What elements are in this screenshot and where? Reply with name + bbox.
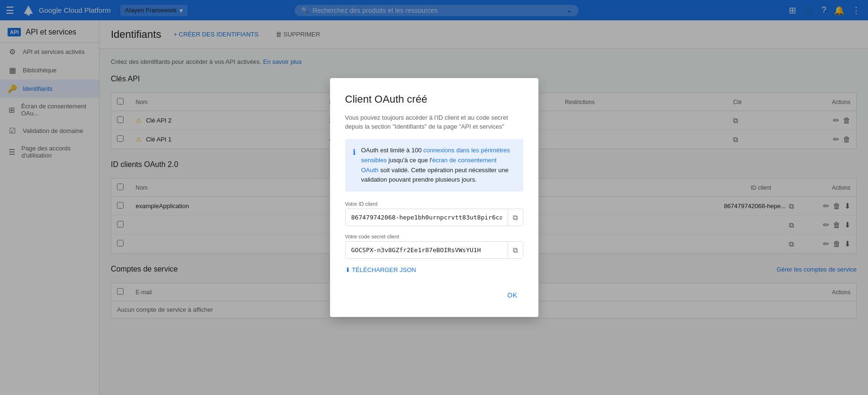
modal-description: Vous pouvez toujours accéder à l'ID clie… bbox=[345, 113, 523, 132]
client-secret-input-row: ⧉ bbox=[345, 241, 523, 259]
download-json-button[interactable]: ⬇ TÉLÉCHARGER JSON bbox=[345, 266, 416, 273]
modal-info-text: OAuth est limité à 100 connexions dans l… bbox=[361, 146, 516, 185]
info-icon: ℹ bbox=[353, 146, 356, 185]
client-secret-label: Votre code secret client bbox=[345, 234, 523, 239]
ok-button[interactable]: OK bbox=[501, 289, 523, 302]
copy-client-id-icon[interactable]: ⧉ bbox=[508, 210, 523, 226]
client-id-input[interactable] bbox=[346, 209, 508, 226]
client-secret-input[interactable] bbox=[346, 242, 508, 258]
client-id-label: Votre ID client bbox=[345, 201, 523, 207]
modal-info-box: ℹ OAuth est limité à 100 connexions dans… bbox=[345, 139, 523, 192]
client-id-field: Votre ID client ⧉ bbox=[345, 201, 523, 226]
copy-client-secret-icon[interactable]: ⧉ bbox=[508, 242, 523, 258]
client-id-input-row: ⧉ bbox=[345, 209, 523, 226]
client-secret-field: Votre code secret client ⧉ bbox=[345, 234, 523, 259]
oauth-created-modal: Client OAuth créé Vous pouvez toujours a… bbox=[330, 78, 538, 317]
modal-actions: OK bbox=[345, 281, 523, 302]
modal-overlay: Client OAuth créé Vous pouvez toujours a… bbox=[0, 0, 868, 395]
modal-title: Client OAuth créé bbox=[345, 93, 523, 105]
